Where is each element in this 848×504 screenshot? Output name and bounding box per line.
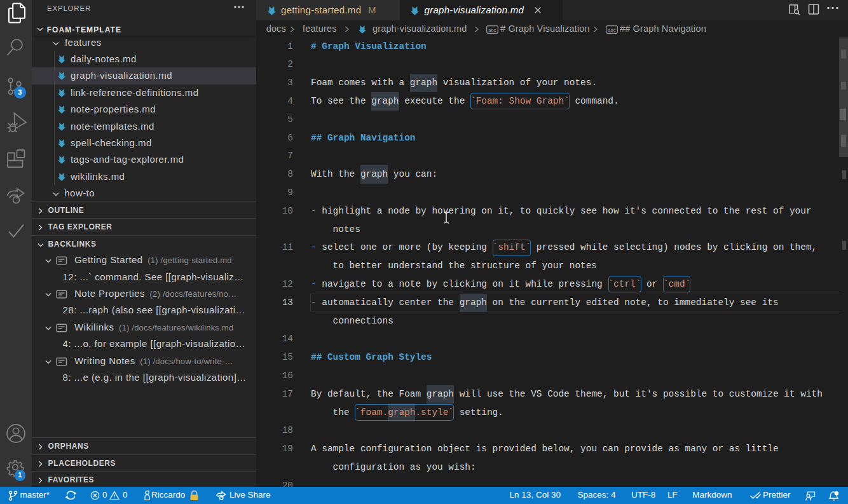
svg-text:abc: abc	[608, 27, 616, 33]
svg-text:abc: abc	[488, 27, 496, 33]
